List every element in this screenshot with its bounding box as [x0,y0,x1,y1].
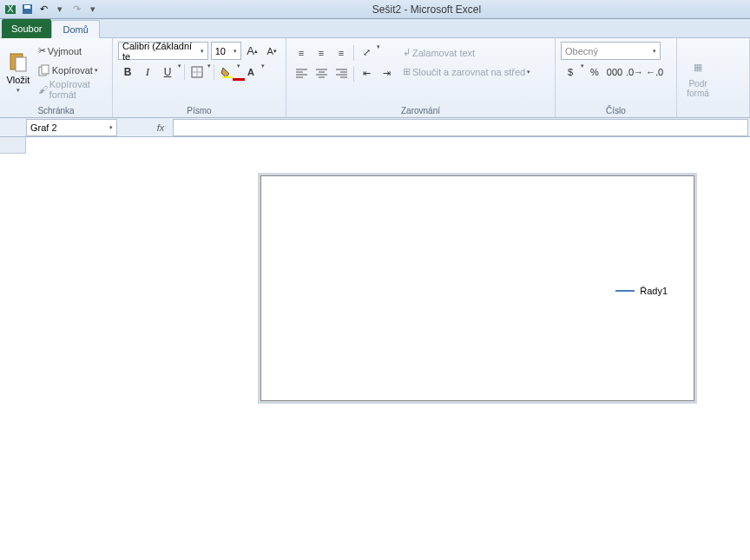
chart-object[interactable]: Řady1 [260,175,694,401]
title-bar: X ↶ ▾ ↷ ▾ Sešit2 - Microsoft Excel [0,0,750,19]
svg-rect-11 [222,76,233,78]
group-styles-cut: ▦Podr formá [677,38,750,117]
excel-icon: X [3,3,17,16]
formula-bar-row: Graf 2▾ fx [0,118,750,137]
font-label: Písmo [116,105,282,117]
scissors-icon: ✂ [38,45,46,56]
formula-bar[interactable] [173,119,748,136]
svg-rect-3 [24,5,30,9]
font-size-combo[interactable]: 10▾ [211,42,241,60]
align-top-icon[interactable]: ≡ [292,43,311,62]
name-box[interactable]: Graf 2▾ [26,119,117,136]
borders-menu-icon[interactable]: ▾ [207,63,211,81]
chart-series-line [294,190,555,320]
grow-font-icon[interactable]: A▴ [244,42,261,60]
chart-legend[interactable]: Řady1 [615,286,668,296]
group-clipboard: Vložit ▾ ✂Vyjmout Kopírovat▾ 🖌Kopírovat … [0,38,113,117]
bold-button[interactable]: B [118,63,137,81]
chevron-down-icon: ▾ [201,48,204,55]
font-name-combo[interactable]: Calibri (Základní te▾ [118,42,208,60]
chevron-down-icon: ▾ [653,48,656,55]
chevron-down-icon: ▾ [109,124,113,131]
undo-icon[interactable]: ↶ [36,3,50,16]
worksheet: Řady1 [0,137,750,560]
paste-menu-icon: ▾ [16,87,20,94]
qat-customize-icon[interactable]: ▾ [86,3,100,16]
percent-icon[interactable]: % [585,63,604,81]
quick-access-toolbar: X ↶ ▾ ↷ ▾ [0,3,103,16]
borders-button[interactable] [188,63,207,81]
underline-menu-icon[interactable]: ▾ [178,63,181,81]
number-label: Číslo [559,105,673,117]
chevron-down-icon: ▾ [234,48,237,55]
format-painter-button[interactable]: 🖌Kopírovat formát [36,80,107,98]
legend-label: Řady1 [640,286,668,296]
underline-button[interactable]: U [158,63,177,81]
svg-text:X: X [7,3,14,14]
paste-icon [8,52,29,73]
fontcolor-menu-icon[interactable]: ▾ [261,63,265,81]
number-format-combo[interactable]: Obecný▾ [561,42,661,60]
table-icon: ▦ [688,56,708,77]
svg-rect-7 [42,65,49,74]
paste-button[interactable]: Vložit ▾ [3,40,33,105]
ribbon-tabs: Soubor Domů [0,19,750,38]
plot-area[interactable] [294,190,615,372]
group-font: Calibri (Základní te▾ 10▾ A▴ A▾ B I U▾ ▾… [113,38,286,117]
align-bottom-icon[interactable]: ≡ [332,43,351,62]
align-left-icon[interactable] [292,64,311,82]
comma-icon[interactable]: 000 [605,63,624,81]
column-headers [0,137,750,154]
wrap-text-button[interactable]: ↲Zalamovat text [401,43,532,62]
select-all-corner[interactable] [0,137,26,154]
clipboard-label: Schránka [3,105,109,117]
window-title: Sešit2 - Microsoft Excel [103,3,750,16]
brush-icon: 🖌 [38,84,48,95]
redo-icon[interactable]: ↷ [69,3,83,16]
orientation-icon[interactable]: ⤢ [357,43,376,62]
tab-file[interactable]: Soubor [2,19,51,38]
merge-icon: ⊞ [403,66,411,77]
tab-domů[interactable]: Domů [51,20,99,38]
copy-button[interactable]: Kopírovat▾ [36,61,107,79]
paste-label: Vložit [6,75,30,85]
svg-rect-5 [16,57,26,71]
indent-icon[interactable]: ⇥ [377,64,396,82]
legend-swatch [615,290,635,292]
align-right-icon[interactable] [332,64,351,82]
undo-menu-icon[interactable]: ▾ [53,3,67,16]
currency-icon[interactable]: $ [561,63,580,81]
italic-button[interactable]: I [138,63,157,81]
shrink-font-icon[interactable]: A▾ [263,42,280,60]
copy-icon [38,64,50,76]
save-icon[interactable] [20,3,34,16]
align-middle-icon[interactable]: ≡ [312,43,331,62]
outdent-icon[interactable]: ⇤ [357,64,376,82]
decrease-decimal-icon[interactable]: ←.0 [645,63,664,81]
cut-button[interactable]: ✂Vyjmout [36,42,107,60]
ribbon: Vložit ▾ ✂Vyjmout Kopírovat▾ 🖌Kopírovat … [0,38,750,118]
fx-icon[interactable]: fx [152,122,169,133]
group-number: Obecný▾ $▾ % 000 .0→ ←.0 Číslo [556,38,677,117]
align-center-icon[interactable] [312,64,331,82]
alignment-label: Zarovnání [290,105,551,117]
group-alignment: ≡ ≡ ≡ ⤢▾ ⇤ ⇥ ↲Zalamovat text ⊞Sloučit [286,38,556,117]
increase-decimal-icon[interactable]: .0→ [625,63,644,81]
merge-center-button[interactable]: ⊞Sloučit a zarovnat na střed▾ [401,63,532,81]
cond-format-button[interactable]: ▦Podr formá [681,40,715,115]
wrap-icon: ↲ [403,47,411,58]
